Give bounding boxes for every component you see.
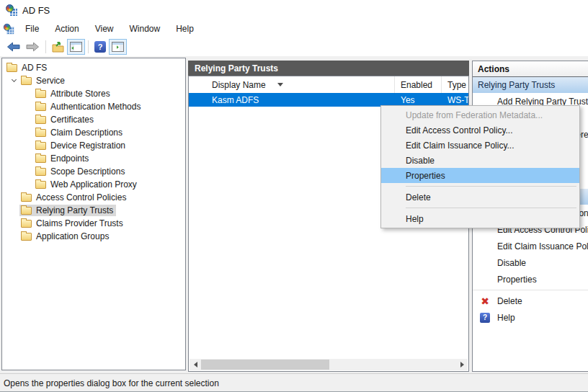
action-item-edit-claim-issuance-policy[interactable]: Edit Claim Issuance Policy...	[473, 238, 588, 254]
action-item-label: Help	[497, 313, 515, 323]
action-item-delete[interactable]: ✖Delete	[473, 293, 588, 309]
scroll-left-button[interactable]	[190, 359, 201, 370]
help-button[interactable]: ?	[92, 39, 109, 55]
folder-icon	[35, 116, 46, 124]
tree-item-label: Access Control Policies	[36, 192, 126, 202]
tree-item-label: Application Groups	[36, 231, 109, 241]
help-icon: ?	[94, 41, 106, 53]
tree-item-ad-fs[interactable]: AD FS	[2, 61, 185, 74]
chevron-expanded-icon[interactable]	[8, 75, 19, 86]
cell-enabled: Yes	[395, 95, 442, 105]
toolbar-separator	[88, 40, 89, 53]
scrollbar-thumb[interactable]	[201, 360, 329, 370]
action-item-label: Disable	[497, 258, 526, 268]
action-section-header-relying-party-trusts[interactable]: Relying Party Trusts	[473, 77, 588, 93]
show-action-pane-button[interactable]	[109, 39, 127, 55]
folder-icon	[21, 207, 32, 215]
tree-item-access-control-policies[interactable]: Access Control Policies	[2, 191, 185, 204]
forward-button[interactable]	[23, 39, 43, 55]
help-icon: ?	[473, 313, 497, 323]
action-item-label: Properties	[497, 275, 537, 285]
menubar-action[interactable]: Action	[47, 22, 86, 36]
actions-pane-title: Actions	[473, 61, 588, 77]
horizontal-scrollbar[interactable]	[190, 359, 468, 370]
menu-item-edit-access-control-policy[interactable]: Edit Access Control Policy...	[381, 122, 579, 138]
tree-item-application-groups[interactable]: Application Groups	[2, 230, 185, 243]
menubar-window[interactable]: Window	[122, 22, 169, 36]
action-item-label: Edit Claim Issuance Policy...	[497, 241, 588, 251]
adfs-app-icon	[4, 24, 14, 34]
back-button[interactable]	[4, 39, 23, 55]
toolbar-separator	[45, 40, 46, 53]
menu-item-edit-claim-issuance-policy[interactable]: Edit Claim Issuance Policy...	[381, 138, 579, 153]
tree-item-label: Claims Provider Trusts	[36, 218, 123, 228]
status-bar: Opens the properties dialog box for the …	[0, 373, 588, 392]
folder-icon	[21, 194, 32, 202]
adfs-app-icon	[6, 4, 17, 16]
scroll-right-icon	[460, 362, 464, 368]
scroll-right-button[interactable]	[456, 359, 468, 370]
folder-icon	[35, 129, 46, 137]
scroll-left-icon	[194, 362, 197, 368]
menu-item-help[interactable]: Help	[381, 211, 579, 226]
folder-icon	[35, 103, 46, 111]
tree-item-label: Device Registration	[50, 141, 125, 151]
tree-item-service[interactable]: Service	[2, 74, 185, 87]
menu-item-properties[interactable]: Properties	[381, 168, 579, 183]
menubar-file[interactable]: File	[17, 22, 47, 36]
cell-display-name: Kasm ADFS	[189, 95, 395, 105]
tree-item-scope-descriptions[interactable]: Scope Descriptions	[2, 165, 185, 178]
list-header-row: Display Name Enabled Type	[189, 76, 468, 93]
action-item-help[interactable]: ?Help	[473, 309, 588, 326]
results-pane-header: Relying Party Trusts	[188, 61, 469, 76]
tree-item-label: Authentication Methods	[50, 102, 141, 112]
back-icon	[6, 42, 20, 52]
tree-item-label: Certificates	[50, 115, 94, 125]
tree-item-certificates[interactable]: Certificates	[2, 113, 185, 126]
export-list-button[interactable]	[49, 39, 67, 55]
tree-item-label: Claim Descriptions	[50, 128, 122, 138]
tree-item-label: Relying Party Trusts	[36, 205, 113, 215]
console-tree: AD FSServiceAttribute StoresAuthenticati…	[1, 58, 186, 370]
context-menu: Update from Federation Metadata...Edit A…	[380, 105, 580, 228]
status-text: Opens the properties dialog box for the …	[4, 378, 219, 388]
folder-icon	[21, 77, 32, 85]
tree-item-device-registration[interactable]: Device Registration	[2, 139, 185, 152]
tree-item-web-application-proxy[interactable]: Web Application Proxy	[2, 178, 185, 191]
tree-item-attribute-stores[interactable]: Attribute Stores	[2, 87, 185, 100]
tree-item-relying-party-trusts[interactable]: Relying Party Trusts	[2, 204, 185, 217]
menu-separator	[406, 186, 576, 187]
folder-icon	[35, 142, 46, 150]
menubar-view[interactable]: View	[87, 22, 122, 36]
title-bar: AD FS	[0, 0, 588, 20]
tree-item-label: Scope Descriptions	[50, 166, 125, 177]
folder-icon	[21, 220, 32, 228]
action-separator	[473, 290, 588, 290]
menu-item-disable[interactable]: Disable	[381, 153, 579, 168]
tree-item-label: AD FS	[22, 63, 47, 73]
folder-icon	[35, 181, 46, 189]
toolbar: ?	[0, 37, 588, 56]
column-header-display-name[interactable]: Display Name	[189, 76, 395, 93]
tree-item-label: Attribute Stores	[50, 89, 110, 99]
tree-item-claim-descriptions[interactable]: Claim Descriptions	[2, 126, 185, 139]
action-item-properties[interactable]: Properties	[473, 271, 588, 288]
tree-item-claims-provider-trusts[interactable]: Claims Provider Trusts	[2, 217, 185, 230]
sort-arrow-icon	[277, 83, 283, 86]
delete-x-icon: ✖	[473, 296, 497, 306]
tree-item-label: Web Application Proxy	[50, 179, 137, 190]
menubar-help[interactable]: Help	[168, 22, 202, 36]
action-item-label: Delete	[497, 296, 522, 306]
adfs-console-window: AD FS File Action View Window Help	[0, 0, 588, 392]
menu-item-delete[interactable]: Delete	[381, 190, 579, 205]
column-header-type[interactable]: Type	[442, 76, 468, 93]
chevron-slot	[8, 218, 19, 229]
tree-item-endpoints[interactable]: Endpoints	[2, 152, 185, 165]
column-header-enabled[interactable]: Enabled	[395, 76, 442, 93]
show-console-tree-icon	[70, 42, 82, 52]
folder-icon	[35, 155, 46, 163]
action-item-disable[interactable]: Disable	[473, 254, 588, 271]
show-console-tree-button[interactable]	[67, 39, 85, 55]
chevron-slot	[8, 231, 19, 242]
tree-item-authentication-methods[interactable]: Authentication Methods	[2, 100, 185, 113]
